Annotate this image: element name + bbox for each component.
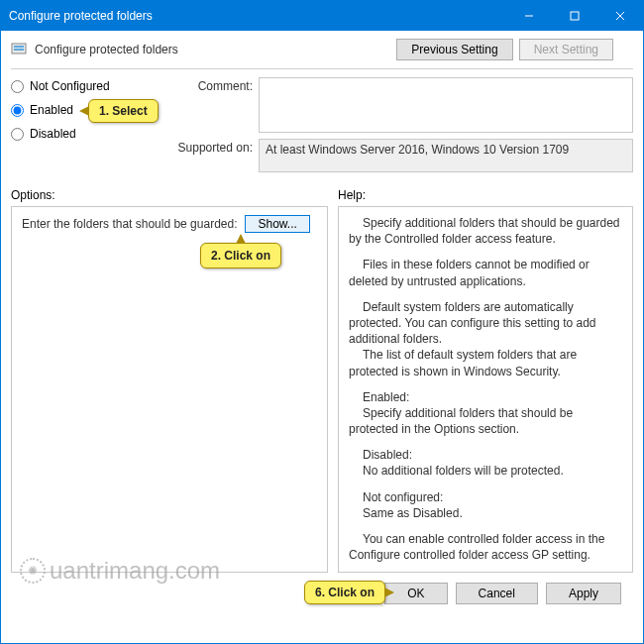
radio-not-configured-label: Not Configured: [30, 79, 110, 93]
svg-rect-1: [571, 12, 579, 20]
options-title: Options:: [11, 188, 328, 206]
cancel-button[interactable]: Cancel: [456, 583, 538, 604]
radio-disabled-label: Disabled: [30, 127, 76, 141]
policy-editor-window: Configure protected folders Configure pr…: [0, 0, 644, 644]
maximize-button[interactable]: [552, 1, 597, 31]
panels-row: Options: Enter the folders that should b…: [11, 188, 633, 573]
help-title: Help:: [338, 188, 633, 206]
supported-on-text: At least Windows Server 2016, Windows 10…: [266, 143, 569, 157]
help-line: Disabled:: [349, 447, 622, 463]
help-line: Specify additional folders that should b…: [349, 405, 622, 437]
comment-label: Comment:: [169, 77, 259, 93]
help-panel: Help: Specify additional folders that sh…: [338, 188, 633, 573]
close-button[interactable]: [597, 1, 643, 31]
window-title: Configure protected folders: [9, 9, 506, 23]
radio-disabled-input[interactable]: [11, 128, 24, 141]
ok-button[interactable]: OK: [384, 583, 447, 604]
previous-setting-button[interactable]: Previous Setting: [396, 39, 512, 60]
content-area: Configure protected folders Previous Set…: [1, 31, 643, 643]
callout-2-click-on: 2. Click on: [200, 243, 281, 268]
help-line: Enabled:: [349, 389, 622, 405]
titlebar[interactable]: Configure protected folders: [1, 1, 643, 31]
help-line: No additional folders will be protected.: [349, 463, 622, 479]
help-line: Same as Disabled.: [349, 505, 622, 521]
supported-on-label: Supported on:: [169, 139, 259, 155]
nav-buttons: Previous Setting Next Setting: [396, 39, 613, 60]
help-text: Specify additional folders that should b…: [349, 215, 622, 564]
field-column: Comment: Supported on: At least Windows …: [169, 77, 633, 178]
radio-not-configured-input[interactable]: [11, 80, 24, 93]
svg-rect-6: [14, 49, 24, 51]
options-box: Enter the folders that should be guarded…: [11, 206, 328, 573]
radio-not-configured[interactable]: Not Configured: [11, 79, 169, 93]
help-line: Default system folders are automatically…: [349, 299, 622, 348]
help-box[interactable]: Specify additional folders that should b…: [338, 206, 633, 573]
supported-on-value: At least Windows Server 2016, Windows 10…: [259, 139, 633, 172]
apply-button[interactable]: Apply: [546, 583, 621, 604]
heading-label: Configure protected folders: [35, 43, 396, 56]
config-row: Not Configured Enabled Disabled 1. Selec…: [11, 77, 633, 178]
svg-rect-5: [14, 46, 24, 48]
comment-input[interactable]: [259, 77, 633, 133]
help-line: The list of default system folders that …: [349, 347, 622, 378]
next-setting-button: Next Setting: [519, 39, 613, 60]
callout-6-click-on: 6. Click on: [304, 581, 385, 604]
help-line: Specify additional folders that should b…: [349, 215, 622, 247]
show-button[interactable]: Show...: [245, 215, 309, 233]
state-radio-group: Not Configured Enabled Disabled 1. Selec…: [11, 77, 169, 151]
heading-row: Configure protected folders Previous Set…: [11, 39, 633, 60]
help-line: Files in these folders cannot be modifie…: [349, 257, 622, 288]
options-prompt: Enter the folders that should be guarded…: [22, 216, 237, 232]
footer-buttons: 6. Click on OK Cancel Apply: [11, 573, 633, 614]
radio-disabled[interactable]: Disabled: [11, 127, 169, 141]
help-line: You can enable controlled folder access …: [349, 531, 622, 563]
policy-icon: [11, 41, 29, 58]
radio-enabled-label: Enabled: [30, 103, 73, 117]
radio-enabled[interactable]: Enabled: [11, 103, 169, 117]
radio-enabled-input[interactable]: [11, 104, 24, 117]
options-panel: Options: Enter the folders that should b…: [11, 188, 328, 573]
divider: [11, 68, 633, 69]
minimize-button[interactable]: [506, 1, 552, 31]
help-line: Not configured:: [349, 489, 622, 505]
